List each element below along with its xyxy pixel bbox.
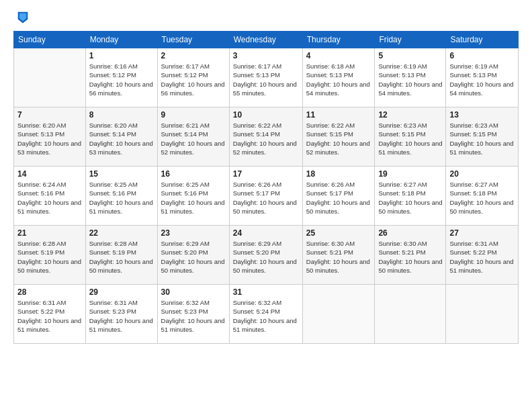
day-number: 7 <box>17 110 82 120</box>
col-header-saturday: Saturday <box>446 32 519 48</box>
day-number: 25 <box>306 228 371 238</box>
day-number: 13 <box>449 110 515 120</box>
day-number: 31 <box>233 287 299 297</box>
day-info: Sunrise: 6:18 AM Sunset: 5:13 PM Dayligh… <box>306 62 371 97</box>
day-info: Sunrise: 6:22 AM Sunset: 5:15 PM Dayligh… <box>306 121 371 156</box>
day-info: Sunrise: 6:32 AM Sunset: 5:23 PM Dayligh… <box>161 298 226 334</box>
day-number: 26 <box>378 228 442 238</box>
col-header-wednesday: Wednesday <box>229 32 302 48</box>
day-info: Sunrise: 6:19 AM Sunset: 5:13 PM Dayligh… <box>378 62 442 97</box>
day-number: 12 <box>378 110 442 120</box>
day-number: 30 <box>161 287 226 297</box>
calendar-cell <box>375 285 446 344</box>
calendar-cell: 11Sunrise: 6:22 AM Sunset: 5:15 PM Dayli… <box>302 107 375 167</box>
day-info: Sunrise: 6:31 AM Sunset: 5:23 PM Dayligh… <box>89 298 154 334</box>
calendar-cell: 2Sunrise: 6:17 AM Sunset: 5:12 PM Daylig… <box>157 48 229 107</box>
day-info: Sunrise: 6:28 AM Sunset: 5:19 PM Dayligh… <box>89 239 154 275</box>
day-info: Sunrise: 6:26 AM Sunset: 5:17 PM Dayligh… <box>306 180 371 216</box>
day-info: Sunrise: 6:20 AM Sunset: 5:14 PM Dayligh… <box>89 121 154 156</box>
day-info: Sunrise: 6:19 AM Sunset: 5:13 PM Dayligh… <box>449 62 515 97</box>
day-number: 21 <box>17 228 82 238</box>
calendar-cell: 25Sunrise: 6:30 AM Sunset: 5:21 PM Dayli… <box>302 226 375 285</box>
calendar-cell: 26Sunrise: 6:30 AM Sunset: 5:21 PM Dayli… <box>375 226 446 285</box>
calendar-cell: 4Sunrise: 6:18 AM Sunset: 5:13 PM Daylig… <box>302 48 375 107</box>
day-number: 2 <box>161 51 226 60</box>
day-info: Sunrise: 6:30 AM Sunset: 5:21 PM Dayligh… <box>378 239 442 275</box>
calendar-cell: 14Sunrise: 6:24 AM Sunset: 5:16 PM Dayli… <box>14 167 86 226</box>
calendar-cell: 21Sunrise: 6:28 AM Sunset: 5:19 PM Dayli… <box>14 226 86 285</box>
calendar-cell: 28Sunrise: 6:31 AM Sunset: 5:22 PM Dayli… <box>14 285 86 344</box>
calendar-cell: 22Sunrise: 6:28 AM Sunset: 5:19 PM Dayli… <box>85 226 157 285</box>
calendar-cell: 20Sunrise: 6:27 AM Sunset: 5:18 PM Dayli… <box>446 167 519 226</box>
day-number: 6 <box>449 51 515 60</box>
calendar-cell: 1Sunrise: 6:16 AM Sunset: 5:12 PM Daylig… <box>85 48 157 107</box>
col-header-monday: Monday <box>85 32 157 48</box>
calendar-cell: 18Sunrise: 6:26 AM Sunset: 5:17 PM Dayli… <box>302 167 375 226</box>
day-number: 28 <box>17 287 82 297</box>
calendar-header-row: SundayMondayTuesdayWednesdayThursdayFrid… <box>14 32 519 48</box>
day-number: 22 <box>89 228 154 238</box>
day-number: 18 <box>306 169 371 179</box>
day-number: 10 <box>233 110 299 120</box>
calendar-cell: 30Sunrise: 6:32 AM Sunset: 5:23 PM Dayli… <box>157 285 229 344</box>
day-number: 9 <box>161 110 226 120</box>
calendar-cell: 8Sunrise: 6:20 AM Sunset: 5:14 PM Daylig… <box>85 107 157 167</box>
day-number: 16 <box>161 169 226 179</box>
calendar-cell: 23Sunrise: 6:29 AM Sunset: 5:20 PM Dayli… <box>157 226 229 285</box>
calendar-cell: 16Sunrise: 6:25 AM Sunset: 5:16 PM Dayli… <box>157 167 229 226</box>
calendar-cell: 5Sunrise: 6:19 AM Sunset: 5:13 PM Daylig… <box>375 48 446 107</box>
col-header-thursday: Thursday <box>302 32 375 48</box>
calendar-week-4: 21Sunrise: 6:28 AM Sunset: 5:19 PM Dayli… <box>14 226 519 285</box>
header <box>13 12 519 24</box>
day-info: Sunrise: 6:17 AM Sunset: 5:13 PM Dayligh… <box>233 62 299 97</box>
calendar-cell: 15Sunrise: 6:25 AM Sunset: 5:16 PM Dayli… <box>85 167 157 226</box>
day-info: Sunrise: 6:25 AM Sunset: 5:16 PM Dayligh… <box>161 180 226 216</box>
day-number: 17 <box>233 169 299 179</box>
calendar-cell: 27Sunrise: 6:31 AM Sunset: 5:22 PM Dayli… <box>446 226 519 285</box>
calendar-cell: 13Sunrise: 6:23 AM Sunset: 5:15 PM Dayli… <box>446 107 519 167</box>
day-number: 29 <box>89 287 154 297</box>
calendar-cell: 29Sunrise: 6:31 AM Sunset: 5:23 PM Dayli… <box>85 285 157 344</box>
day-number: 5 <box>378 51 442 60</box>
calendar-week-5: 28Sunrise: 6:31 AM Sunset: 5:22 PM Dayli… <box>14 285 519 344</box>
day-info: Sunrise: 6:16 AM Sunset: 5:12 PM Dayligh… <box>89 62 154 97</box>
day-info: Sunrise: 6:24 AM Sunset: 5:16 PM Dayligh… <box>17 180 82 216</box>
day-number: 20 <box>449 169 515 179</box>
day-info: Sunrise: 6:25 AM Sunset: 5:16 PM Dayligh… <box>89 180 154 216</box>
calendar-cell: 9Sunrise: 6:21 AM Sunset: 5:14 PM Daylig… <box>157 107 229 167</box>
calendar-cell: 7Sunrise: 6:20 AM Sunset: 5:13 PM Daylig… <box>14 107 86 167</box>
day-number: 27 <box>449 228 515 238</box>
day-number: 14 <box>17 169 82 179</box>
day-info: Sunrise: 6:32 AM Sunset: 5:24 PM Dayligh… <box>233 298 299 334</box>
day-info: Sunrise: 6:27 AM Sunset: 5:18 PM Dayligh… <box>449 180 515 216</box>
day-info: Sunrise: 6:31 AM Sunset: 5:22 PM Dayligh… <box>449 239 515 275</box>
day-number: 19 <box>378 169 442 179</box>
day-number: 1 <box>89 51 154 60</box>
day-info: Sunrise: 6:17 AM Sunset: 5:12 PM Dayligh… <box>161 62 226 97</box>
calendar-week-1: 1Sunrise: 6:16 AM Sunset: 5:12 PM Daylig… <box>14 48 519 107</box>
calendar-cell: 19Sunrise: 6:27 AM Sunset: 5:18 PM Dayli… <box>375 167 446 226</box>
day-info: Sunrise: 6:29 AM Sunset: 5:20 PM Dayligh… <box>161 239 226 275</box>
calendar-week-3: 14Sunrise: 6:24 AM Sunset: 5:16 PM Dayli… <box>14 167 519 226</box>
day-info: Sunrise: 6:31 AM Sunset: 5:22 PM Dayligh… <box>17 298 82 334</box>
day-info: Sunrise: 6:27 AM Sunset: 5:18 PM Dayligh… <box>378 180 442 216</box>
calendar-table: SundayMondayTuesdayWednesdayThursdayFrid… <box>13 31 519 344</box>
calendar-cell: 10Sunrise: 6:22 AM Sunset: 5:14 PM Dayli… <box>229 107 302 167</box>
logo <box>13 12 32 24</box>
calendar-cell: 31Sunrise: 6:32 AM Sunset: 5:24 PM Dayli… <box>229 285 302 344</box>
col-header-friday: Friday <box>375 32 446 48</box>
calendar-week-2: 7Sunrise: 6:20 AM Sunset: 5:13 PM Daylig… <box>14 107 519 167</box>
day-info: Sunrise: 6:22 AM Sunset: 5:14 PM Dayligh… <box>233 121 299 156</box>
day-info: Sunrise: 6:30 AM Sunset: 5:21 PM Dayligh… <box>306 239 371 275</box>
calendar-cell: 12Sunrise: 6:23 AM Sunset: 5:15 PM Dayli… <box>375 107 446 167</box>
calendar-cell <box>302 285 375 344</box>
day-info: Sunrise: 6:20 AM Sunset: 5:13 PM Dayligh… <box>17 121 82 156</box>
day-info: Sunrise: 6:29 AM Sunset: 5:20 PM Dayligh… <box>233 239 299 275</box>
calendar-cell: 17Sunrise: 6:26 AM Sunset: 5:17 PM Dayli… <box>229 167 302 226</box>
day-number: 24 <box>233 228 299 238</box>
calendar-cell <box>446 285 519 344</box>
logo-icon <box>15 9 30 24</box>
calendar-cell: 3Sunrise: 6:17 AM Sunset: 5:13 PM Daylig… <box>229 48 302 107</box>
calendar-cell: 24Sunrise: 6:29 AM Sunset: 5:20 PM Dayli… <box>229 226 302 285</box>
col-header-tuesday: Tuesday <box>157 32 229 48</box>
